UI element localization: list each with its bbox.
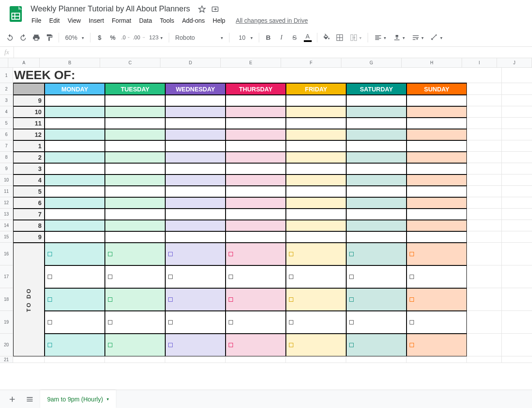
cell[interactable] (502, 311, 532, 334)
plan-cell[interactable] (165, 152, 226, 163)
plan-cell[interactable] (346, 220, 407, 231)
column-header[interactable]: C (100, 58, 160, 68)
todo-checkbox[interactable] (165, 311, 226, 334)
font-dropdown[interactable]: Roboto (172, 31, 226, 44)
todo-checkbox[interactable] (407, 334, 467, 356)
todo-checkbox[interactable] (226, 288, 286, 311)
plan-cell[interactable] (346, 231, 407, 243)
row-header[interactable]: 7 (0, 140, 13, 152)
plan-cell[interactable] (407, 209, 467, 220)
plan-cell[interactable] (45, 197, 105, 209)
zoom-dropdown[interactable]: 60% (62, 31, 87, 44)
menu-help[interactable]: Help (209, 15, 229, 26)
cell[interactable] (502, 174, 532, 186)
cell[interactable] (467, 68, 502, 83)
plan-cell[interactable] (346, 174, 407, 186)
todo-checkbox[interactable] (346, 311, 407, 334)
plan-cell[interactable] (346, 129, 407, 140)
menu-addons[interactable]: Add-ons (178, 15, 208, 26)
v-align-button[interactable] (389, 31, 408, 44)
cell[interactable] (467, 118, 502, 129)
plan-cell[interactable] (45, 231, 105, 243)
plan-cell[interactable] (105, 163, 165, 174)
cell[interactable] (45, 356, 105, 363)
plan-cell[interactable] (45, 220, 105, 231)
todo-checkbox[interactable] (407, 265, 467, 288)
font-size-dropdown[interactable]: 10 (232, 31, 256, 44)
plan-cell[interactable] (105, 174, 165, 186)
menu-data[interactable]: Data (136, 15, 156, 26)
menu-file[interactable]: File (28, 15, 45, 26)
row-header[interactable]: 9 (0, 163, 13, 174)
cell[interactable] (226, 356, 286, 363)
plan-cell[interactable] (346, 95, 407, 106)
hour-label[interactable]: 11 (13, 118, 45, 129)
plan-cell[interactable] (286, 163, 346, 174)
day-header-friday[interactable]: FRIDAY (286, 83, 346, 95)
cell[interactable] (165, 356, 226, 363)
plan-cell[interactable] (165, 186, 226, 197)
hour-label[interactable]: 8 (13, 220, 45, 231)
plan-cell[interactable] (165, 140, 226, 152)
row-header[interactable]: 21 (0, 356, 13, 363)
cell[interactable] (502, 265, 532, 288)
todo-checkbox[interactable] (105, 334, 165, 356)
plan-cell[interactable] (226, 186, 286, 197)
cell[interactable] (467, 220, 502, 231)
plan-cell[interactable] (45, 140, 105, 152)
day-header-thursday[interactable]: THURSDAY (226, 83, 286, 95)
todo-checkbox[interactable] (105, 243, 165, 265)
plan-cell[interactable] (226, 174, 286, 186)
todo-checkbox[interactable] (105, 265, 165, 288)
plan-cell[interactable] (226, 197, 286, 209)
day-header-sunday[interactable]: SUNDAY (407, 83, 467, 95)
todo-checkbox[interactable] (105, 288, 165, 311)
cell[interactable] (467, 311, 502, 334)
plan-cell[interactable] (165, 95, 226, 106)
todo-checkbox[interactable] (226, 243, 286, 265)
menu-edit[interactable]: Edit (46, 15, 63, 26)
plan-cell[interactable] (407, 95, 467, 106)
todo-checkbox[interactable] (165, 243, 226, 265)
select-all-corner[interactable] (0, 58, 8, 68)
week-of-title[interactable]: WEEK OF: (13, 68, 467, 83)
cell[interactable] (286, 356, 346, 363)
cell[interactable] (502, 243, 532, 265)
decrease-decimal-button[interactable]: .0 ← (119, 31, 132, 44)
plan-cell[interactable] (105, 231, 165, 243)
save-status[interactable]: All changes saved in Drive (236, 17, 308, 24)
column-header[interactable]: J (497, 58, 532, 68)
percent-button[interactable]: % (106, 31, 119, 44)
cell[interactable] (13, 356, 45, 363)
column-header[interactable]: E (221, 58, 281, 68)
plan-cell[interactable] (407, 220, 467, 231)
plan-cell[interactable] (407, 174, 467, 186)
cell[interactable] (467, 186, 502, 197)
row-header[interactable]: 5 (0, 118, 13, 129)
plan-cell[interactable] (226, 129, 286, 140)
row-header[interactable]: 8 (0, 152, 13, 163)
plan-cell[interactable] (226, 152, 286, 163)
plan-cell[interactable] (286, 106, 346, 118)
cell[interactable] (467, 174, 502, 186)
hour-label[interactable]: 6 (13, 197, 45, 209)
cell[interactable] (502, 334, 532, 356)
cell[interactable] (467, 129, 502, 140)
hour-label[interactable]: 1 (13, 140, 45, 152)
todo-checkbox[interactable] (45, 311, 105, 334)
todo-checkbox[interactable] (226, 265, 286, 288)
todo-checkbox[interactable] (286, 243, 346, 265)
cell[interactable] (502, 152, 532, 163)
cell[interactable] (467, 231, 502, 243)
todo-checkbox[interactable] (45, 265, 105, 288)
currency-button[interactable]: $ (93, 31, 106, 44)
plan-cell[interactable] (286, 140, 346, 152)
plan-cell[interactable] (346, 209, 407, 220)
todo-checkbox[interactable] (346, 265, 407, 288)
plan-cell[interactable] (226, 118, 286, 129)
increase-decimal-button[interactable]: .00 → (132, 31, 146, 44)
menu-insert[interactable]: Insert (85, 15, 108, 26)
corner-header[interactable] (13, 83, 45, 95)
plan-cell[interactable] (105, 95, 165, 106)
todo-checkbox[interactable] (407, 243, 467, 265)
